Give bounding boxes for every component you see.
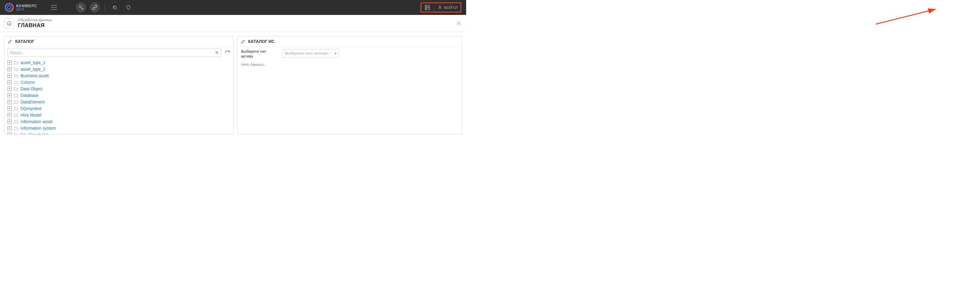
tree-item-label[interactable]: Information asset [21,119,52,124]
top-right-controls: | ВОЙТИ [420,2,463,13]
toolbar-link-button[interactable] [90,2,100,13]
brand-logo-wrap: ЮНИВЕРС ДАТА [5,3,37,12]
breadcrumb: Обработка данных ГЛАВНАЯ [18,18,52,29]
folder-icon [13,73,19,78]
expand-button[interactable]: + [8,107,12,111]
tree-item-label[interactable]: Business asset [21,73,49,78]
catalog-search-row: ✕ [5,47,233,59]
expand-button[interactable]: + [8,61,12,65]
user-icon [438,5,442,10]
catalog-panel-header: КАТАЛОГ [5,37,233,47]
folder-icon [13,132,19,134]
expand-button[interactable]: + [8,133,12,134]
login-button[interactable]: ВОЙТИ [438,5,458,10]
tree-item: +Database [8,92,231,99]
is-catalog-panel-header: КАТАЛОГ ИС [237,37,462,47]
svg-rect-2 [114,6,116,9]
tree-item-label[interactable]: Hive Model [21,113,41,118]
folder-icon [13,99,19,105]
expand-button[interactable]: + [8,126,12,130]
server-settings-button[interactable] [425,5,430,10]
tree-item: +asset_type_2 [8,66,231,72]
brand-logo-icon [5,3,14,12]
top-right-divider: | [433,5,434,10]
page-settings-button[interactable] [455,20,462,27]
svg-point-0 [79,6,81,8]
tree-item-label[interactable]: Database [21,93,38,98]
brand-subtitle: ДАТА [16,8,37,11]
is-catalog-panel-title: КАТАЛОГ ИС [248,39,275,44]
asset-type-label: Выберите тип актива [241,49,274,59]
svg-point-7 [439,6,441,8]
folder-icon [13,60,19,65]
folder-icon [13,86,19,91]
expand-button[interactable]: + [8,80,12,84]
tree-item-label[interactable]: DQmyntest [21,106,41,111]
catalog-tree[interactable]: +asset_type_1+asset_type_2+Business asse… [8,59,231,134]
breadcrumb-section[interactable]: Обработка данных [18,18,52,22]
page-title: ГЛАВНАЯ [18,22,52,29]
folder-icon [13,119,19,124]
folder-icon [13,106,19,111]
expand-button[interactable]: + [8,113,12,117]
page-header: Обработка данных ГЛАВНАЯ [0,15,466,32]
main-content: КАТАЛОГ ✕ +asset_type_1+asset_type_2+Bus… [0,32,466,139]
toolbar-group [76,2,134,13]
menu-toggle-button[interactable] [50,4,57,11]
tree-item: +Key Constraint [8,131,231,134]
asset-type-select-placeholder: Выберите тип актива... [285,51,331,56]
chevron-down-icon: ▾ [334,51,336,56]
toolbar-shield-button[interactable] [123,2,134,13]
expand-button[interactable]: + [8,119,12,124]
expand-button[interactable]: + [8,73,12,78]
toolbar-copy-button[interactable] [110,2,120,13]
expand-button[interactable]: + [8,67,12,71]
expand-button[interactable]: + [8,100,12,104]
expand-button[interactable]: + [8,87,12,91]
expand-button[interactable]: + [8,93,12,97]
svg-point-1 [82,8,83,10]
brand-text: ЮНИВЕРС ДАТА [16,4,37,11]
svg-point-9 [458,23,460,24]
catalog-panel: КАТАЛОГ ✕ +asset_type_1+asset_type_2+Bus… [4,36,234,134]
tree-item: +Data Object [8,86,231,92]
tree-item: +DataElement [8,99,231,105]
tree-item: +DQmyntest [8,105,231,112]
catalog-panel-title: КАТАЛОГ [15,39,35,44]
asset-type-select[interactable]: Выберите тип актива... ▾ [282,49,339,57]
tree-item: +asset_type_1 [8,59,231,66]
toolbar-divider [105,3,105,11]
asset-type-row: Выберите тип актива Выберите тип актива.… [237,47,462,61]
folder-icon [13,126,19,131]
clear-search-button[interactable]: ✕ [214,50,220,56]
edit-icon [240,39,246,44]
home-button[interactable] [4,18,14,28]
tree-item: +Hive Model [8,112,231,118]
tree-item: +Column [8,79,231,86]
shield-icon [126,5,131,10]
tree-item-label[interactable]: Column [21,80,35,84]
edit-icon [8,39,13,44]
folder-icon [13,112,19,118]
tree-item: +Business asset [8,72,231,79]
refresh-button[interactable] [224,50,231,56]
no-data-text: Нет данных... [237,61,462,68]
tree-item: +Information asset [8,118,231,125]
is-catalog-panel: КАТАЛОГ ИС Выберите тип актива Выберите … [237,36,462,134]
catalog-search-input[interactable] [10,49,214,57]
toolbar-btn-1[interactable] [76,2,86,13]
folder-icon [13,80,19,85]
refresh-icon [225,50,230,56]
tree-item-label[interactable]: asset_type_2 [21,67,45,72]
server-icon [425,5,430,10]
tree-item-label[interactable]: asset_type_1 [21,60,45,65]
folder-icon [13,67,19,72]
tree-item-label[interactable]: DataElement [21,100,45,104]
login-label: ВОЙТИ [444,5,458,10]
tree-item-label[interactable]: Data Object [21,86,43,91]
catalog-tree-wrap: +asset_type_1+asset_type_2+Business asse… [5,59,233,134]
tree-item-label[interactable]: Key Constraint [21,132,48,134]
tree-item: +Information system [8,125,231,131]
brand-title: ЮНИВЕРС [16,4,37,8]
tree-item-label[interactable]: Information system [21,126,56,131]
